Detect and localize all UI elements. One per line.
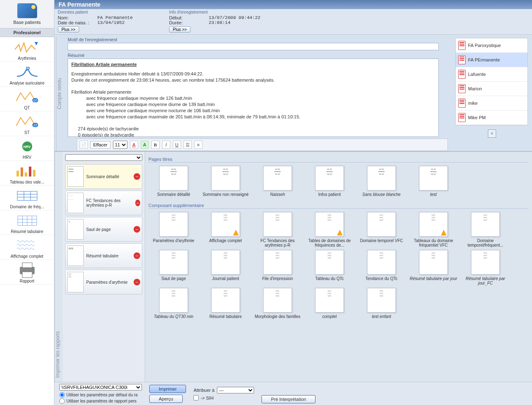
nav-analyse-auriculaire[interactable]: P Analyse auriculaire: [0, 62, 54, 87]
nav-domaine-freq[interactable]: Domaine de fréq...: [0, 186, 54, 210]
nav-hrv[interactable]: HRV HRV: [0, 136, 54, 161]
effacer-button[interactable]: Effacer: [90, 141, 111, 148]
report-item-label: Sommaire détaillé: [86, 174, 119, 179]
rec-dur-key: Durée:: [169, 20, 206, 25]
apercu-button[interactable]: Aperçu: [149, 395, 183, 403]
template-item[interactable]: Marion: [456, 82, 527, 96]
opt-report-params[interactable]: Utiliser les paramètres de rapport pers: [59, 398, 138, 404]
gallery-thumb[interactable]: ≡≡≡≡≡≡≡≡≡Affichage complet: [200, 212, 251, 247]
nav-st[interactable]: ST ST: [0, 111, 54, 136]
remove-report-icon[interactable]: –: [134, 226, 140, 233]
gallery-thumb[interactable]: ▬ ▬▬▬▬▬ ▬Naisseh: [252, 166, 303, 201]
page-thumb: ≡≡≡≡≡≡≡≡≡: [315, 250, 344, 275]
report-item[interactable]: ～～～～FC Tendances des arythmies p-R–: [65, 191, 142, 215]
template-label: FA Paroxystique: [468, 43, 501, 48]
sih-checkbox[interactable]: -> SIH: [193, 395, 213, 400]
template-item[interactable]: FA PErmanente: [456, 53, 527, 67]
thumb-label: Résumé tabulaire par jour: [408, 276, 459, 285]
font-color-icon[interactable]: A: [130, 141, 138, 149]
nav-rapport[interactable]: Rapport: [0, 260, 54, 285]
nav-tableau-valeurs[interactable]: Tableau des vale...: [0, 161, 54, 186]
patient-plus-button[interactable]: Plus >>: [58, 26, 79, 33]
motif-input[interactable]: [68, 43, 439, 50]
report-item[interactable]: ≡≡≡≡Paramètres d'arythmie–: [65, 270, 142, 294]
imprimer-rapports-tab[interactable]: Imprimer les rapports: [54, 152, 63, 382]
gallery-thumb[interactable]: ≡≡≡≡≡≡≡≡≡Résumé tabulaire par jour_FC: [460, 250, 511, 285]
imprimer-button[interactable]: Imprimer: [149, 385, 186, 393]
resume-textarea[interactable]: Fibrillation Artiale permanente Enregist…: [68, 59, 439, 137]
svg-rect-13: [17, 191, 37, 200]
gallery-thumb[interactable]: ≡≡≡≡≡≡≡≡≡File d'impression: [252, 250, 303, 285]
compte-rendu-tab[interactable]: Compte rendu: [56, 36, 64, 151]
gallery-thumb[interactable]: ▬ ▬▬▬▬▬ ▬Sommaire non renseigné: [200, 166, 251, 201]
insert-template-button[interactable]: <: [488, 130, 496, 138]
resume-label: Résumé: [68, 53, 453, 58]
gallery-thumb[interactable]: ≡≡≡≡≡≡≡≡≡Domaine temporel/fréquent...: [460, 212, 511, 247]
resume-line: Fibrillation Atriale permanente: [71, 89, 132, 94]
attribuer-label: Attribuer à: [193, 388, 214, 393]
gallery-thumb[interactable]: ≡≡≡≡≡≡≡≡≡Domaine temporel VFC: [356, 212, 407, 247]
page-thumb: ▬ ▬▬▬▬▬ ▬: [263, 166, 292, 191]
gallery-thumb[interactable]: ≡≡≡≡≡≡≡≡≡Paramètres d'arythmie: [148, 212, 199, 247]
nav-qt[interactable]: QT QT: [0, 87, 54, 111]
gallery-thumb[interactable]: ▬ ▬▬▬▬▬ ▬test: [408, 166, 459, 201]
patient-dob-key: Date de naiss. :: [58, 20, 95, 25]
report-item[interactable]: ▦▦Résumé tabulaire–: [65, 243, 142, 268]
gallery-thumb[interactable]: ≡≡≡≡≡≡≡≡≡Morphologie des familles: [252, 288, 303, 323]
warn-icon: [337, 230, 343, 235]
underline-button[interactable]: U: [173, 141, 181, 149]
gallery-thumb[interactable]: ≡≡≡≡≡≡≡≡≡complet: [304, 288, 355, 323]
template-icon: [458, 70, 466, 79]
remove-report-icon[interactable]: –: [135, 200, 140, 206]
remove-report-icon[interactable]: –: [134, 252, 140, 259]
template-item[interactable]: FA Paroxystique: [456, 38, 527, 53]
report-item[interactable]: ↻Saut de page–: [65, 217, 142, 242]
list-bullet-icon[interactable]: ☰: [184, 141, 192, 149]
report-thumb: ▦▦: [67, 245, 84, 266]
template-item[interactable]: mike: [456, 96, 527, 111]
base-patients-tab[interactable]: Base patients: [0, 0, 54, 28]
gallery-thumb[interactable]: ≡≡≡≡≡≡≡≡≡Tables de domaines de fréquence…: [304, 212, 355, 247]
page-thumb: ≡≡≡≡≡≡≡≡≡: [211, 212, 240, 237]
remove-report-icon[interactable]: –: [134, 173, 140, 180]
opt-default-params[interactable]: Utiliser les paramètres par défaut du ra: [59, 392, 138, 398]
gallery-thumb[interactable]: ▬ ▬▬▬▬▬ ▬Infos patient: [304, 166, 355, 201]
nav-resume-tabulaire[interactable]: Résumé tabulaire: [0, 210, 54, 235]
recording-plus-button[interactable]: Plus >>: [169, 26, 191, 33]
new-page-icon[interactable]: 📄: [80, 141, 88, 149]
gallery-thumb[interactable]: ≡≡≡≡≡≡≡≡≡Résumé tabulaire par jour: [408, 250, 459, 285]
page-thumb: ≡≡≡≡≡≡≡≡≡: [211, 250, 240, 275]
recording-block: Info d'enregistrement Début:13/07/2009 0…: [169, 10, 268, 33]
italic-button[interactable]: I: [162, 141, 170, 149]
gallery-thumb[interactable]: ▬ ▬▬▬▬▬ ▬Sommaire détaillé: [148, 166, 199, 201]
gallery-thumb[interactable]: ≡≡≡≡≡≡≡≡≡FC Tendances des arythmies p-R: [252, 212, 303, 247]
gallery-thumb[interactable]: ≡≡≡≡≡≡≡≡≡Résumé tabulaire: [200, 288, 251, 323]
printer-select[interactable]: \\SRVFILEHAGU\KONICA C300i: [59, 384, 142, 391]
remove-report-icon[interactable]: –: [134, 279, 140, 285]
gallery-thumb[interactable]: ≡≡≡≡≡≡≡≡≡Journal patient: [200, 250, 251, 285]
nav-arythmies[interactable]: Arythmies: [0, 37, 54, 62]
gallery-thumb[interactable]: ≡≡≡≡≡≡≡≡≡Tableau du QT30 min: [148, 288, 199, 323]
gallery-thumb[interactable]: ▬ ▬▬▬▬▬ ▬Sans blouse blanche: [356, 166, 407, 201]
gallery-thumb[interactable]: ≡≡≡≡≡≡≡≡≡Tendance du QTc: [356, 250, 407, 285]
gallery-thumb[interactable]: ≡≡≡≡≡≡≡≡≡test enfant: [356, 288, 407, 323]
template-item[interactable]: Lafuente: [456, 67, 527, 82]
report-item-label: FC Tendances des arythmies p-R: [86, 198, 133, 207]
attribuer-select[interactable]: ---: [217, 387, 254, 393]
nav-affichage-complet[interactable]: Affichage complet: [0, 235, 54, 260]
gallery-thumb[interactable]: ≡≡≡≡≡≡≡≡≡Saut de page: [148, 250, 199, 285]
thumb-label: Tableaux du domaine fréquentiel VFC: [408, 238, 459, 247]
gallery-thumb[interactable]: ≡≡≡≡≡≡≡≡≡Tableaux du domaine fréquentiel…: [408, 212, 459, 247]
thumb-label: Tableau du QT30 min: [148, 314, 199, 323]
report-preset-select[interactable]: [65, 154, 142, 161]
gallery-thumb[interactable]: ≡≡≡≡≡≡≡≡≡Tableau du QTc: [304, 250, 355, 285]
list-number-icon[interactable]: ≡: [194, 141, 202, 149]
font-size-select[interactable]: 11: [113, 141, 127, 149]
thumb-label: Sans blouse blanche: [356, 192, 407, 201]
report-item[interactable]: ▬▬▬▬Sommaire détaillé–: [65, 164, 142, 189]
bold-button[interactable]: B: [151, 141, 160, 149]
database-icon: [17, 3, 37, 18]
pre-interpretation-button[interactable]: Pré Interprétation: [261, 395, 315, 403]
highlight-icon[interactable]: A: [141, 141, 149, 149]
template-item[interactable]: Mike PM: [456, 111, 527, 125]
